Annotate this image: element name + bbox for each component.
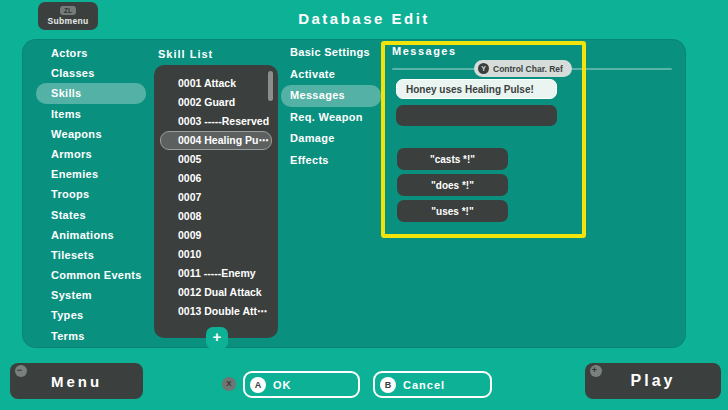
section-basic-settings[interactable]: Basic Settings xyxy=(281,42,381,64)
sidebar-item-animations[interactable]: Animations xyxy=(36,225,146,245)
sidebar-item-items[interactable]: Items xyxy=(36,104,146,124)
plus-key-icon: + xyxy=(590,365,602,377)
messages-panel-title: Messages xyxy=(392,45,457,57)
section-effects[interactable]: Effects xyxy=(281,150,381,172)
minus-key-icon: − xyxy=(15,365,27,377)
skill-list-scrollbar[interactable] xyxy=(268,71,273,101)
sidebar-item-states[interactable]: States xyxy=(36,205,146,225)
a-key-icon: A xyxy=(250,377,266,393)
y-key-icon: Y xyxy=(478,63,489,74)
cancel-label: Cancel xyxy=(403,379,445,391)
page-title: Database Edit xyxy=(0,10,728,27)
sidebar-item-skills[interactable]: Skills xyxy=(36,83,146,103)
skill-row[interactable]: 0007 xyxy=(160,188,272,207)
sidebar-item-tilesets[interactable]: Tilesets xyxy=(36,245,146,265)
sidebar-item-types[interactable]: Types xyxy=(36,305,146,325)
sidebar-item-actors[interactable]: Actors xyxy=(36,43,146,63)
skill-list: 0001 Attack 0002 Guard 0003 -----Reserve… xyxy=(160,74,272,321)
sidebar-item-system[interactable]: System xyxy=(36,285,146,305)
section-req-weapon[interactable]: Req. Weapon xyxy=(281,107,381,129)
skill-row[interactable]: 0003 -----Reserved xyxy=(160,112,272,131)
add-skill-button[interactable]: + xyxy=(206,327,228,349)
sidebar-item-troops[interactable]: Troops xyxy=(36,184,146,204)
skill-row-selected[interactable]: 0004 Healing Pu⋯ xyxy=(160,131,272,150)
category-sidebar: Actors Classes Skills Items Weapons Armo… xyxy=(36,43,146,346)
skill-row[interactable]: 0009 xyxy=(160,226,272,245)
section-damage[interactable]: Damage xyxy=(281,128,381,150)
skill-row[interactable]: 0001 Attack xyxy=(160,74,272,93)
section-messages[interactable]: Messages xyxy=(281,85,381,107)
sidebar-item-classes[interactable]: Classes xyxy=(36,63,146,83)
skill-row[interactable]: 0013 Double Att⋯ xyxy=(160,302,272,321)
sidebar-item-weapons[interactable]: Weapons xyxy=(36,124,146,144)
x-key-icon: X xyxy=(222,377,236,391)
preset-uses-button[interactable]: "uses *!" xyxy=(397,200,508,222)
b-key-icon: B xyxy=(380,377,396,393)
menu-button[interactable]: − Menu xyxy=(10,363,143,399)
skill-row[interactable]: 0008 xyxy=(160,207,272,226)
section-list: Basic Settings Activate Messages Req. We… xyxy=(281,42,381,172)
database-edit-screen: { "header": { "title": "Database Edit", … xyxy=(0,0,728,410)
control-char-ref-button[interactable]: Y Control Char. Ref xyxy=(474,60,572,77)
menu-label: Menu xyxy=(51,373,102,390)
play-label: Play xyxy=(631,372,676,390)
cancel-button[interactable]: B Cancel xyxy=(373,371,492,398)
skill-row[interactable]: 0006 xyxy=(160,169,272,188)
skill-list-title: Skill List xyxy=(158,48,213,60)
sidebar-item-terms[interactable]: Terms xyxy=(36,326,146,346)
use-message-line2-input[interactable] xyxy=(396,105,557,126)
section-activate[interactable]: Activate xyxy=(281,64,381,86)
skill-row[interactable]: 0010 xyxy=(160,245,272,264)
skill-row[interactable]: 0012 Dual Attack xyxy=(160,283,272,302)
play-button[interactable]: + Play xyxy=(585,363,721,399)
skill-row[interactable]: 0005 xyxy=(160,150,272,169)
ok-label: OK xyxy=(273,379,292,391)
ok-button[interactable]: A OK xyxy=(243,371,360,398)
sidebar-item-common-events[interactable]: Common Events xyxy=(36,265,146,285)
skill-row[interactable]: 0011 -----Enemy xyxy=(160,264,272,283)
preset-casts-button[interactable]: "casts *!" xyxy=(397,148,508,170)
sidebar-item-armors[interactable]: Armors xyxy=(36,144,146,164)
sidebar-item-enemies[interactable]: Enemies xyxy=(36,164,146,184)
use-message-line1-input[interactable] xyxy=(396,79,557,99)
control-char-ref-label: Control Char. Ref xyxy=(493,64,563,74)
preset-does-button[interactable]: "does *!" xyxy=(397,174,508,196)
skill-row[interactable]: 0002 Guard xyxy=(160,93,272,112)
